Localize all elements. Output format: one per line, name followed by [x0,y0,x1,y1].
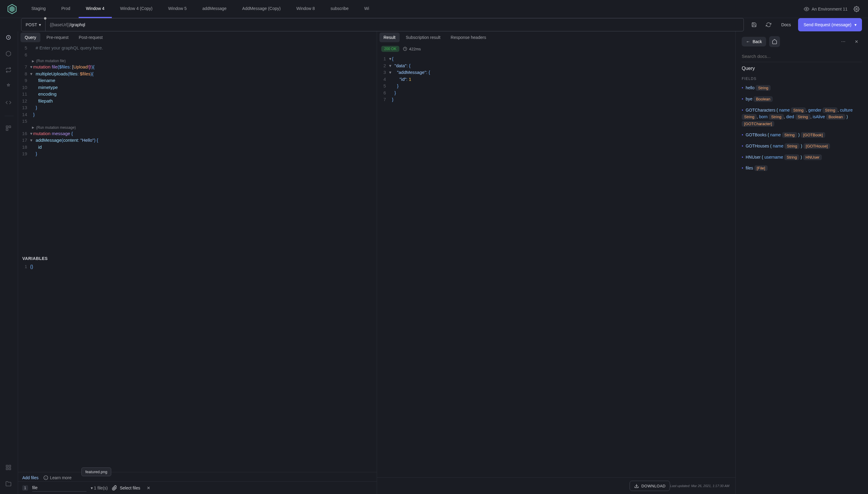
window-tab[interactable]: subscribe [323,0,356,18]
docs-back-button[interactable]: ← Back [742,37,766,46]
rail-plugins-icon[interactable] [5,83,13,91]
save-button[interactable] [749,19,760,30]
add-files-button[interactable]: Add files [22,475,39,480]
remove-file-button[interactable]: ✕ [144,486,153,490]
docs-field[interactable]: •bye Boolean [742,96,862,102]
variables-editor[interactable]: 1{} [18,263,377,472]
window-tab[interactable]: Window 4 (Copy) [113,0,160,18]
url-path: /graphql [70,22,85,27]
sub-tab[interactable]: Result [379,33,400,42]
environment-selector[interactable]: An Environment 11 [800,6,851,12]
docs-return-type[interactable]: [File] [754,165,768,171]
window-tab[interactable]: AddMessage (Copy) [235,0,288,18]
docs-root-type[interactable]: Query [742,66,862,71]
rail-extensions-icon[interactable] [5,125,13,132]
window-tab[interactable]: Window 8 [289,0,322,18]
rail-history-icon[interactable] [5,67,13,74]
app-logo[interactable] [6,3,18,15]
docs-more-button[interactable]: ⋯ [838,36,849,47]
select-files-button[interactable]: Select files [112,485,140,491]
fold-toggle[interactable]: ▾ [389,56,392,62]
docs-close-button[interactable]: ✕ [851,36,862,47]
fold-toggle[interactable]: ▾ [30,71,33,77]
window-tab[interactable]: addMessage [195,0,234,18]
fold-toggle[interactable]: ▾ [389,62,392,69]
docs-field[interactable]: •hello String [742,84,862,91]
svg-point-3 [856,8,857,10]
sub-tab[interactable]: Query [20,33,40,42]
sub-tab[interactable]: Post-request [75,33,107,42]
fold-toggle[interactable]: ▾ [30,137,33,144]
docs-field-name[interactable]: hello [746,86,755,90]
docs-field-name[interactable]: files [746,166,753,170]
docs-return-type[interactable]: Boolean [753,96,773,102]
docs-return-type[interactable]: [GOTBook] [801,132,825,138]
window-tab[interactable]: Window 5 [161,0,194,18]
rail-box-icon[interactable] [5,51,13,58]
window-tab[interactable]: Window 4 [79,0,112,18]
window-tab[interactable]: Wi [357,0,376,18]
learn-more-link[interactable]: Learn more [43,475,72,480]
reload-schema-button[interactable] [763,19,774,30]
sub-tab[interactable]: Pre-request [42,33,73,42]
docs-field[interactable]: •GOTBooks ( name String ) [GOTBook] [742,132,862,138]
http-method-value: POST [26,22,37,27]
docs-return-type[interactable]: [GOTHouse] [804,143,830,149]
rail-grid-icon[interactable] [5,464,13,472]
svg-point-2 [806,8,807,10]
url-input[interactable]: {{baseUrl}}/graphql [45,18,744,31]
http-method-selector[interactable]: POST ▾ [21,18,45,31]
line-number: 1 [377,56,389,62]
code-line: id [33,144,42,151]
chevron-down-icon: ▾ [854,22,856,27]
docs-search-input[interactable] [742,51,862,62]
docs-return-type[interactable]: HNUser [803,154,822,160]
docs-return-type[interactable]: [GOTCharacter] [742,121,774,127]
docs-field[interactable]: •files [File] [742,165,862,172]
docs-toggle[interactable]: Docs [777,22,794,27]
rail-folder-icon[interactable] [5,481,13,488]
docs-field-name[interactable]: GOTCharacters [746,108,775,113]
docs-home-button[interactable] [769,36,780,47]
download-button[interactable]: DOWNLOAD [630,481,670,491]
docs-field-name[interactable]: bye [746,96,753,101]
result-viewer[interactable]: 1▾{2▾ "data": {3▾ "addMessage": {4 "id":… [377,54,736,477]
file-chip[interactable]: featured.png [81,468,111,476]
docs-field-name[interactable]: GOTBooks [746,132,766,137]
query-editor[interactable]: 5 # Enter your graphQL query here.6(Run … [18,43,377,254]
svg-marker-1 [9,6,15,12]
line-number: 10 [18,84,30,91]
fold-toggle[interactable]: ▾ [30,64,33,71]
fold-toggle[interactable]: ▾ [389,69,392,76]
docs-field[interactable]: •GOTCharacters ( name String, gender Str… [742,107,862,127]
line-number: 9 [18,77,30,84]
sub-tab[interactable]: Subscription result [401,33,445,42]
run-hint[interactable]: (Run mutation message) [18,125,377,130]
rail-code-icon[interactable] [5,99,13,107]
code-line: "data": { [392,62,411,69]
docs-return-type[interactable]: String [755,85,771,91]
line-number: 12 [18,98,30,104]
send-request-button[interactable]: Send Request (message) ▾ [798,18,862,31]
docs-field[interactable]: •GOTHouses ( name String ) [GOTHouse] [742,142,862,150]
docs-field-name[interactable]: HNUser [746,155,761,159]
line-number: 7 [18,64,30,71]
line-number: 7 [377,96,389,103]
rail-dial-icon[interactable] [5,34,13,42]
svg-rect-5 [6,126,8,128]
settings-button[interactable] [851,4,862,15]
window-tab[interactable]: Staging [24,0,53,18]
docs-field[interactable]: •HNUser ( username String ) HNUser [742,154,862,161]
code-line: filename [33,77,55,84]
window-tab[interactable]: Prod [54,0,77,18]
file-count-toggle[interactable]: ▾ 1 file(s) [91,486,108,490]
sub-tab[interactable]: Response headers [446,33,490,42]
line-number: 5 [18,45,30,52]
fold-toggle[interactable]: ▾ [30,130,33,137]
code-line: filepath [33,98,53,104]
run-hint[interactable]: (Run mutation file) [18,58,377,64]
docs-field-name[interactable]: GOTHouses [746,144,769,148]
file-name-input[interactable]: file [32,484,86,492]
code-line: mimetype [33,84,58,91]
variables-header[interactable]: VARIABLES [18,254,377,263]
